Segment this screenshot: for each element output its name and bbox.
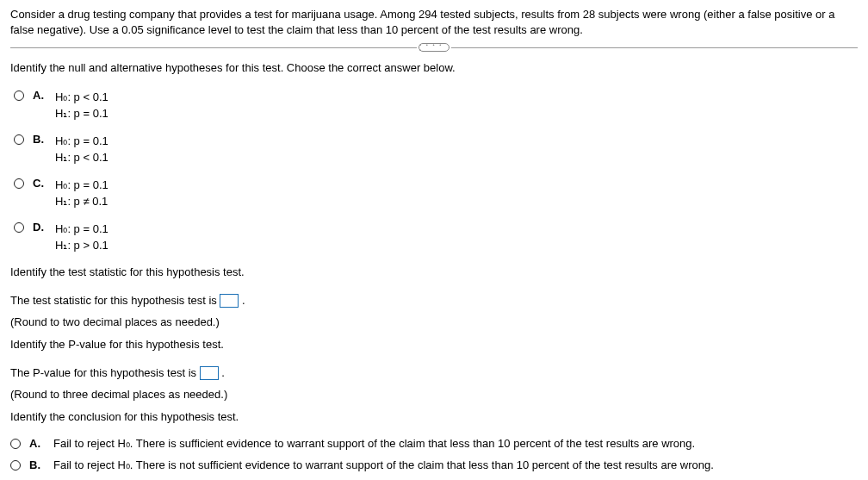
section-divider: • • • • • bbox=[10, 43, 858, 52]
q1-choice-d[interactable]: D. H₀: p = 0.1 H₁: p > 0.1 bbox=[14, 221, 858, 254]
divider-line-left bbox=[10, 47, 417, 48]
hypothesis-h1: H₁: p < 0.1 bbox=[55, 149, 108, 166]
radio-icon[interactable] bbox=[14, 178, 24, 189]
q3-hint: (Round to three decimal places as needed… bbox=[10, 388, 858, 401]
divider-line-right bbox=[451, 47, 858, 48]
choice-content: H₀: p = 0.1 H₁: p > 0.1 bbox=[55, 221, 108, 254]
choice-letter: B. bbox=[29, 458, 45, 471]
hypothesis-h0: H₀: p = 0.1 bbox=[55, 133, 108, 150]
choice-content: H₀: p = 0.1 H₁: p < 0.1 bbox=[55, 133, 108, 166]
q1-prompt: Identify the null and alternative hypoth… bbox=[10, 60, 858, 76]
hypothesis-h1: H₁: p > 0.1 bbox=[55, 237, 108, 254]
choice-letter: B. bbox=[33, 133, 46, 146]
q4-choice-b[interactable]: B. Fail to reject H₀. There is not suffi… bbox=[10, 458, 858, 471]
q1-choice-b[interactable]: B. H₀: p = 0.1 H₁: p < 0.1 bbox=[14, 133, 858, 166]
q3-prompt: Identify the P-value for this hypothesis… bbox=[10, 337, 858, 352]
divider-handle-icon[interactable]: • • • • • bbox=[418, 43, 450, 52]
test-statistic-input[interactable] bbox=[220, 294, 239, 308]
p-value-input[interactable] bbox=[200, 366, 219, 380]
choice-letter: A. bbox=[29, 437, 45, 450]
conclusion-text: Fail to reject H₀. There is not sufficie… bbox=[53, 458, 714, 471]
hypothesis-h1: H₁: p ≠ 0.1 bbox=[55, 193, 108, 210]
choice-content: H₀: p < 0.1 H₁: p = 0.1 bbox=[55, 89, 108, 122]
q1-choice-c[interactable]: C. H₀: p = 0.1 H₁: p ≠ 0.1 bbox=[14, 177, 858, 210]
q3-answer-suffix: . bbox=[221, 366, 225, 379]
q2-answer-line: The test statistic for this hypothesis t… bbox=[10, 292, 858, 310]
q3-answer-prefix: The P-value for this hypothesis test is bbox=[10, 366, 200, 379]
radio-icon[interactable] bbox=[14, 222, 24, 233]
q4-prompt: Identify the conclusion for this hypothe… bbox=[10, 409, 858, 425]
radio-icon[interactable] bbox=[10, 460, 21, 471]
q2-hint: (Round to two decimal places as needed.) bbox=[10, 315, 858, 328]
q1-choices: A. H₀: p < 0.1 H₁: p = 0.1 B. H₀: p = 0.… bbox=[14, 89, 858, 254]
radio-icon[interactable] bbox=[14, 90, 24, 101]
q2-answer-prefix: The test statistic for this hypothesis t… bbox=[10, 294, 220, 307]
q2-answer-suffix: . bbox=[242, 294, 245, 307]
choice-letter: C. bbox=[33, 177, 46, 190]
choice-letter: D. bbox=[33, 221, 46, 234]
hypothesis-h0: H₀: p < 0.1 bbox=[55, 89, 108, 106]
conclusion-text: Fail to reject H₀. There is sufficient e… bbox=[53, 437, 695, 450]
hypothesis-h1: H₁: p = 0.1 bbox=[55, 105, 108, 122]
radio-icon[interactable] bbox=[14, 134, 24, 145]
hypothesis-h0: H₀: p = 0.1 bbox=[55, 221, 108, 238]
q1-choice-a[interactable]: A. H₀: p < 0.1 H₁: p = 0.1 bbox=[14, 89, 858, 122]
q2-prompt: Identify the test statistic for this hyp… bbox=[10, 265, 858, 280]
hypothesis-h0: H₀: p = 0.1 bbox=[55, 177, 108, 194]
q3-answer-line: The P-value for this hypothesis test is … bbox=[10, 365, 858, 383]
q4-choice-a[interactable]: A. Fail to reject H₀. There is sufficien… bbox=[10, 437, 858, 450]
problem-statement: Consider a drug testing company that pro… bbox=[10, 7, 858, 38]
choice-letter: A. bbox=[33, 89, 46, 102]
radio-icon[interactable] bbox=[10, 439, 21, 449]
choice-content: H₀: p = 0.1 H₁: p ≠ 0.1 bbox=[55, 177, 108, 210]
